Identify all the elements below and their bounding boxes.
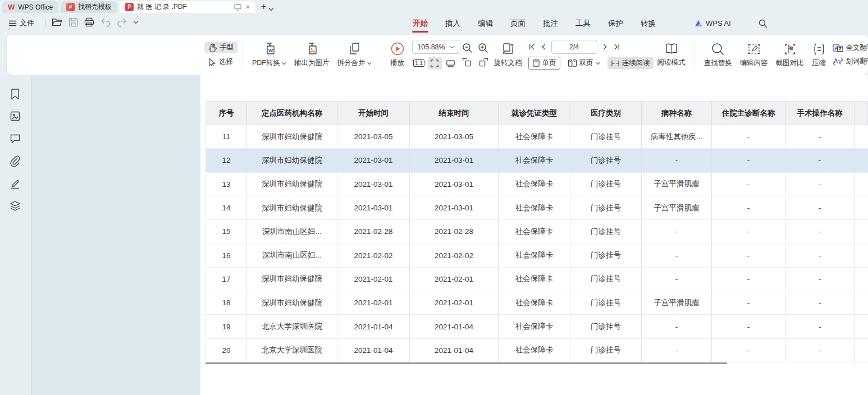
print-icon[interactable]: [84, 17, 94, 27]
hand-tool-button[interactable]: 手型: [204, 42, 237, 53]
table-row[interactable]: 14深圳市妇幼保健院2021-03-012021-03-01社会保障卡门诊挂号子…: [205, 196, 868, 220]
word-translate-button[interactable]: 划词翻译: [833, 57, 868, 66]
left-sidebar: [0, 75, 31, 395]
table-cell: -: [712, 268, 785, 291]
table-cell: 深圳市南山区妇...: [247, 244, 337, 267]
table-cell: -: [712, 220, 785, 244]
rotate-document-button[interactable]: 旋转文档: [490, 42, 526, 68]
table-cell: 20: [205, 339, 247, 362]
zoom-out-icon[interactable]: [462, 43, 473, 53]
double-page-button[interactable]: 双页: [564, 57, 604, 69]
table-cell: 子宫平滑肌瘤: [642, 196, 712, 220]
comment-icon[interactable]: [10, 133, 21, 144]
table-cell: 门诊挂号: [570, 173, 642, 196]
table-cell: 2021-01-04: [410, 339, 499, 362]
save-icon[interactable]: [68, 17, 78, 27]
wps-ai-button[interactable]: WPS AI: [695, 19, 731, 27]
tab-wps-office[interactable]: W WPS Office: [2, 1, 58, 13]
share-to-screen-icon[interactable]: [234, 4, 241, 11]
screenshot-compare-button[interactable]: 截图对比: [772, 42, 808, 68]
rotate-left-icon[interactable]: [462, 57, 473, 67]
table-cell: 13: [205, 173, 247, 196]
wps-ai-label: WPS AI: [706, 19, 731, 27]
play-button[interactable]: 播放: [386, 42, 409, 68]
table-row[interactable]: 15深圳市南山区妇...2021-02-282021-02-28社会保障卡门诊挂…: [205, 220, 868, 244]
fit-width-icon: [446, 59, 455, 67]
split-merge-button[interactable]: 拆分合并: [334, 42, 376, 68]
zoom-level-select[interactable]: 105.88%: [412, 40, 460, 54]
column-header: 开始时间: [337, 102, 410, 125]
table-cell: -: [785, 291, 855, 315]
table-row[interactable]: 20北京大学深圳医院2021-01-042021-01-04社会保障卡门诊挂号-…: [205, 339, 868, 362]
previous-page-icon[interactable]: [541, 43, 546, 50]
ribbon-tab-tools[interactable]: 工具: [574, 13, 592, 34]
undo-icon[interactable]: [100, 18, 111, 27]
table-cell: 2021-03-01: [410, 173, 499, 196]
table-bottom-border: [205, 362, 727, 364]
ribbon-tab-insert[interactable]: 插入: [444, 13, 462, 34]
table-cell: -: [785, 196, 855, 220]
open-file-icon[interactable]: [52, 17, 62, 27]
table-cell: 子宫平滑肌瘤: [642, 291, 712, 315]
table-row[interactable]: 12深圳市妇幼保健院2021-03-012021-03-01社会保障卡门诊挂号-…: [205, 149, 868, 172]
chevron-down-icon[interactable]: [133, 20, 139, 24]
first-page-icon[interactable]: [528, 43, 536, 50]
tab-document-pdf[interactable]: P 就 医 记 录 .PDF ×: [120, 1, 255, 13]
table-row[interactable]: 18深圳市妇幼保健院2021-02-012021-02-01社会保障卡门诊挂号子…: [205, 291, 868, 315]
compress-button[interactable]: 压缩: [808, 42, 830, 68]
ribbon-tab-page[interactable]: 页面: [509, 13, 527, 34]
layers-icon[interactable]: [10, 200, 21, 212]
ribbon-tab-edit[interactable]: 编辑: [477, 13, 494, 34]
tab-list-chevron-icon[interactable]: [268, 7, 274, 11]
table-row[interactable]: 16深圳市南山区妇...2021-02-022021-02-02社会保障卡门诊挂…: [205, 244, 868, 267]
fulltext-translate-button[interactable]: A 全文翻译: [833, 43, 868, 53]
zoom-in-icon[interactable]: [478, 43, 488, 53]
wps-ai-icon: [695, 20, 703, 27]
table-row[interactable]: 13深圳市妇幼保健院2021-03-012021-03-01社会保障卡门诊挂号子…: [205, 173, 868, 196]
tab-docer-templates[interactable]: 找稻壳模板: [61, 1, 117, 13]
signature-icon[interactable]: [10, 178, 21, 189]
translate-group: A 全文翻译 划词翻译: [833, 43, 868, 66]
redo-icon[interactable]: [117, 18, 127, 27]
attachment-icon[interactable]: [10, 155, 21, 167]
thumbnail-icon[interactable]: [10, 111, 21, 122]
select-tool-button[interactable]: 选择: [204, 56, 237, 68]
pdf-page[interactable]: 序号定点医药机构名称开始时间结束时间就诊凭证类型医疗类别病种名称住院主诊断名称手…: [200, 75, 868, 395]
ribbon-tab-home[interactable]: 开始: [412, 13, 429, 34]
page-indicator[interactable]: 2/4: [551, 40, 597, 54]
ribbon-tab-comment[interactable]: 批注: [542, 13, 559, 34]
table-cell: -: [785, 149, 855, 172]
table-cell: 19: [205, 315, 247, 338]
close-tab-icon[interactable]: ×: [245, 3, 250, 11]
new-tab-button[interactable]: +: [261, 2, 266, 12]
chevron-down-icon: [367, 62, 372, 65]
next-page-icon[interactable]: [602, 43, 608, 50]
find-replace-button[interactable]: 查找替换: [700, 42, 736, 68]
single-page-button[interactable]: 单页: [528, 57, 560, 70]
table-row[interactable]: 19北京大学深圳医院2021-01-042021-01-04社会保障卡门诊挂号-…: [205, 315, 868, 338]
chevron-down-icon: [450, 45, 455, 49]
continuous-reading-button[interactable]: 连续阅读: [607, 57, 654, 69]
ribbon-tab-protect[interactable]: 保护: [607, 13, 624, 34]
ribbon-tab-convert[interactable]: 转换: [639, 13, 657, 34]
search-icon[interactable]: [759, 19, 768, 28]
table-cell: 14: [205, 196, 247, 220]
svg-text:W: W: [268, 48, 273, 53]
rotate-right-icon[interactable]: [478, 57, 489, 67]
table-cell: 2021-02-28: [410, 220, 499, 244]
read-mode-button[interactable]: 阅读模式: [654, 42, 689, 67]
file-menu-button[interactable]: 文件: [9, 18, 34, 28]
fit-page-button[interactable]: [428, 57, 442, 70]
table-row[interactable]: 11深圳市妇幼保健院2021-03-052021-03-05社会保障卡门诊挂号病…: [205, 125, 868, 149]
actual-size-button[interactable]: 1:1: [412, 57, 426, 70]
export-as-image-button[interactable]: 输出为图片: [290, 42, 334, 68]
fulltext-translate-icon: A: [833, 44, 843, 52]
fit-width-button[interactable]: [444, 57, 458, 70]
edit-content-button[interactable]: 编辑内容: [736, 42, 772, 68]
bookmark-icon[interactable]: [10, 88, 21, 100]
pdf-convert-button[interactable]: W PDF转换: [248, 42, 290, 68]
last-page-icon[interactable]: [613, 43, 620, 50]
table-row[interactable]: 17深圳市妇幼保健院2021-02-012021-02-01社会保障卡门诊挂号-…: [205, 268, 868, 291]
select-tool-label: 选择: [219, 57, 233, 67]
single-page-label: 单页: [542, 58, 556, 68]
